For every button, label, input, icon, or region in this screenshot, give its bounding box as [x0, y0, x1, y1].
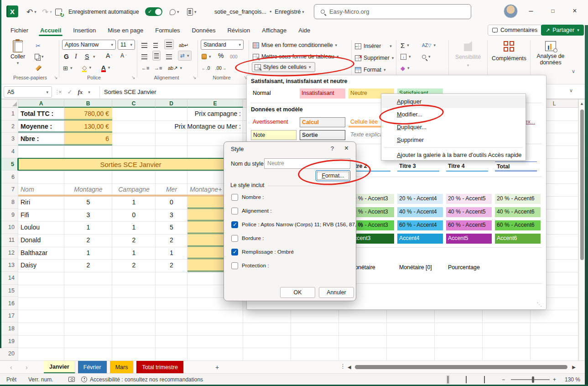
autosave-toggle[interactable]: ✓	[145, 7, 162, 16]
wrap-text-button[interactable]: ab↵	[179, 40, 188, 50]
data-analysis-button[interactable]: Analyse de données	[535, 41, 567, 71]
checkbox-checked[interactable]	[231, 221, 238, 228]
font-dialog-launcher-icon[interactable]: ↘	[131, 75, 135, 80]
row-header-4[interactable]: 4	[0, 146, 18, 158]
cell-style-calcul[interactable]: Calcul	[300, 117, 345, 127]
currency-format-button[interactable]: ▾	[202, 52, 211, 62]
row-header-15[interactable]: 15	[0, 285, 18, 297]
delete-cells-button[interactable]: Supprimer▾	[355, 53, 394, 63]
paste-button[interactable]: Coller▾	[7, 40, 28, 70]
row-header-6[interactable]: 6	[0, 171, 18, 184]
next-sheet-icon[interactable]: ›	[26, 361, 28, 374]
copy-button[interactable]: ▾	[35, 52, 44, 62]
row-header-13[interactable]: 13	[0, 259, 18, 272]
style-option-bordure[interactable]: Bordure :	[231, 234, 264, 242]
row-header-12[interactable]: 12	[0, 247, 18, 260]
row-header-10[interactable]: 10	[0, 221, 18, 234]
cell-style-normal[interactable]: Normal	[251, 89, 297, 99]
decrease-decimal-button[interactable]: .00→	[215, 63, 226, 73]
page-layout-view-button[interactable]	[464, 374, 468, 385]
underline-button[interactable]: S	[85, 52, 89, 62]
decrease-indent-button[interactable]: ←≡	[141, 63, 149, 73]
alignment-dialog-launcher-icon[interactable]: ↘	[193, 75, 196, 80]
insert-cells-button[interactable]: Insérer▾	[355, 41, 392, 51]
hscroll-thumb[interactable]	[355, 365, 567, 369]
insert-function-button[interactable]: fx	[78, 89, 83, 96]
cancel-button[interactable]: Annuler	[319, 287, 354, 298]
zoom-out-button[interactable]: −	[502, 374, 505, 385]
prev-sheet-icon[interactable]: ‹	[10, 361, 12, 374]
cell-style-sortie[interactable]: Sortie	[300, 130, 345, 140]
close-button[interactable]: ×	[567, 4, 582, 18]
increase-decimal-button[interactable]: ←.0	[202, 63, 210, 73]
zoom-level[interactable]: 130 %	[565, 374, 580, 385]
formula-bar-expand-icon[interactable]: ∨	[569, 88, 573, 94]
cell-style-60-accent5[interactable]: 60 % - Accent5	[446, 220, 492, 230]
cell-style-accent6[interactable]: Accent6	[495, 234, 541, 244]
format-button[interactable]: Format...	[316, 170, 350, 181]
ok-button[interactable]: OK	[280, 287, 315, 298]
find-select-button[interactable]: ▾	[422, 52, 431, 62]
avatar[interactable]	[504, 4, 518, 18]
search-input[interactable]: Easy-Micro.org	[314, 4, 471, 19]
scroll-up-icon[interactable]: ▲	[579, 99, 585, 106]
cell-style-titre-4[interactable]: Titre 4	[446, 162, 488, 172]
style-option-protection[interactable]: Protection :	[231, 261, 269, 270]
zoom-slider-thumb[interactable]	[532, 376, 534, 383]
cell-style-20-accent5[interactable]: 20 % - Accent5	[446, 194, 492, 204]
tab-accueil[interactable]: Accueil	[34, 24, 67, 37]
cell-style-accent5[interactable]: Accent5	[446, 234, 492, 244]
cell-style-20-accent4[interactable]: 20 % - Accent4	[397, 194, 443, 204]
new-sheet-button[interactable]: +	[213, 363, 222, 372]
column-header-E[interactable]: E	[187, 99, 243, 108]
underline-options[interactable]: ▾	[93, 52, 95, 62]
cell-style-accent4[interactable]: Accent4	[397, 234, 443, 244]
cell-style-60-accent4[interactable]: 60 % - Accent4	[397, 220, 443, 230]
cell-style-total[interactable]: Total	[495, 162, 537, 172]
row-header-5[interactable]: 5	[0, 158, 18, 171]
font-color-button[interactable]: A▾	[101, 63, 110, 73]
zoom-slider[interactable]	[511, 379, 550, 380]
cell-styles-button[interactable]: Styles de cellules▾	[252, 62, 315, 72]
accessibility-status[interactable]: Accessibilité : consultez nos recommanda…	[81, 374, 203, 385]
column-header-D[interactable]: D	[156, 99, 187, 108]
row-header-3[interactable]: 3	[0, 133, 18, 146]
page-break-view-button[interactable]	[483, 374, 486, 385]
align-center-button[interactable]	[152, 51, 161, 61]
menu-item-supprimer[interactable]: Supprimer	[381, 134, 526, 146]
tab-insertion[interactable]: Insertion	[67, 24, 102, 37]
bold-button[interactable]: G	[64, 52, 69, 62]
cell-style-40-accent5[interactable]: 40 % - Accent5	[446, 207, 492, 217]
font-name-select[interactable]: Aptos Narrow▾	[62, 40, 116, 50]
tab-affichage[interactable]: Affichage	[256, 24, 292, 37]
grow-font-button[interactable]: Aˆ	[106, 51, 112, 61]
style-option-remplissage[interactable]: Remplissage : Ombré	[231, 248, 294, 256]
file-name[interactable]: sotie_cse_françois... • Enregistré ▾	[214, 5, 304, 18]
row-header-14[interactable]: 14	[0, 272, 18, 285]
save-icon[interactable]	[55, 5, 62, 18]
resize-grip-icon[interactable]: ⋱	[537, 302, 542, 308]
autosum-button[interactable]: Σ▾	[401, 40, 409, 50]
minimize-button[interactable]: –	[524, 4, 538, 18]
style-option-alignement[interactable]: Alignement :	[231, 207, 272, 215]
cell-style-20-accent6[interactable]: 20 % - Accent6	[495, 194, 541, 204]
cancel-entry-icon[interactable]: ×	[58, 89, 62, 95]
cell-style-pourcentage[interactable]: Pourcentage	[446, 263, 492, 273]
fill-color-button[interactable]: ◇▾	[82, 63, 91, 73]
vertical-scrollbar[interactable]: ▲	[578, 99, 585, 360]
sheet-tab-mars[interactable]: Mars	[110, 361, 134, 374]
align-right-button[interactable]	[166, 52, 172, 62]
row-header-19[interactable]: 19	[0, 335, 18, 348]
cell-style-monetaire-0[interactable]: Monétaire [0]	[397, 263, 443, 273]
sheet-tab-janvier[interactable]: Janvier	[44, 361, 75, 374]
borders-button[interactable]: ⊞▾	[63, 63, 72, 73]
tab-fichier[interactable]: Fichier	[5, 24, 34, 37]
share-button[interactable]: ↗Partager▾	[541, 25, 584, 36]
confirm-entry-icon[interactable]: ✓	[68, 89, 73, 95]
cell-style-note[interactable]: Note	[251, 130, 297, 140]
increase-indent-button[interactable]: →≡	[154, 63, 162, 73]
orientation-button[interactable]: ab↗▾	[168, 63, 182, 73]
sort-filter-button[interactable]: AZ▽▾	[422, 40, 436, 50]
style-option-nombre[interactable]: Nombre :	[231, 193, 264, 201]
menu-item-ajouter-la-galerie-a-la-barre-d-outils-acces-rapide[interactable]: Ajouter la galerie à la barre d'outils A…	[381, 149, 526, 162]
